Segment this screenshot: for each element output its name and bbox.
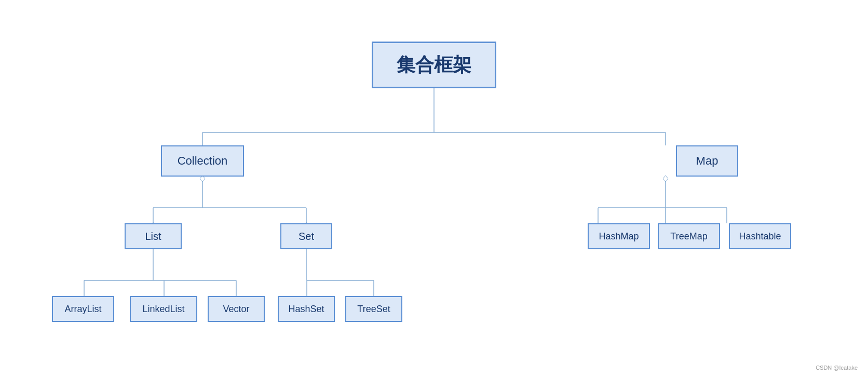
vector-node: Vector (208, 296, 265, 322)
root-label: 集合框架 (397, 52, 471, 78)
collection-node: Collection (161, 145, 244, 177)
hashset-label: HashSet (288, 304, 324, 315)
linkedlist-node: LinkedList (130, 296, 197, 322)
list-label: List (145, 231, 161, 243)
svg-marker-24 (663, 176, 668, 182)
hashmap-label: HashMap (599, 231, 639, 242)
hashset-node: HashSet (278, 296, 335, 322)
map-node: Map (676, 145, 738, 177)
hashmap-node: HashMap (588, 223, 650, 249)
collection-label: Collection (178, 154, 228, 168)
list-node: List (125, 223, 182, 249)
vector-label: Vector (223, 304, 249, 315)
map-label: Map (696, 154, 718, 168)
treeset-node: TreeSet (345, 296, 402, 322)
watermark: CSDN @Icatake (816, 365, 858, 371)
arraylist-label: ArrayList (64, 304, 101, 315)
diagram-container: 集合框架 Collection Map List Set ArrayList L… (0, 0, 868, 377)
linkedlist-label: LinkedList (142, 304, 184, 315)
set-label: Set (299, 231, 314, 243)
hashtable-label: Hashtable (739, 231, 781, 242)
set-node: Set (280, 223, 332, 249)
hashtable-node: Hashtable (729, 223, 791, 249)
arraylist-node: ArrayList (52, 296, 114, 322)
treeset-label: TreeSet (357, 304, 390, 315)
treemap-node: TreeMap (658, 223, 720, 249)
root-node: 集合框架 (372, 42, 496, 88)
treemap-label: TreeMap (670, 231, 707, 242)
